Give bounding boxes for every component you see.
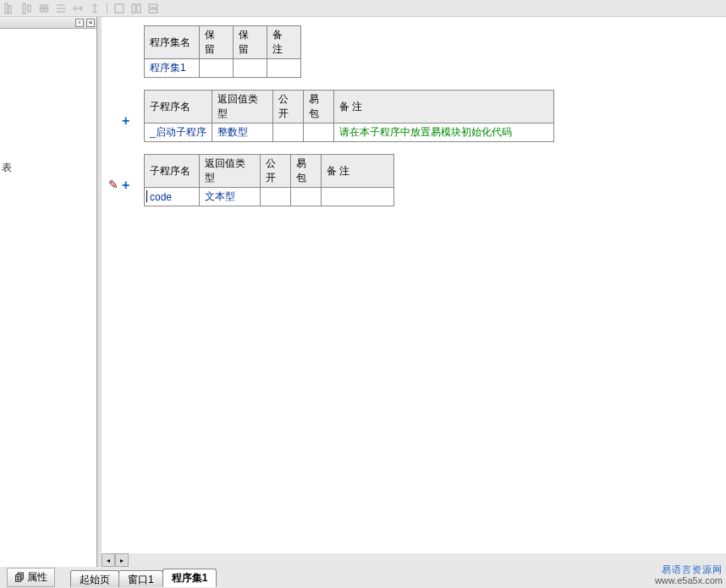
table-row[interactable]: code 文本型 (145, 188, 394, 206)
note-cell[interactable]: 请在本子程序中放置易模块初始化代码 (334, 124, 554, 142)
svg-rect-3 (28, 5, 30, 12)
tab-start-page[interactable]: 起始页 (70, 570, 119, 587)
close-panel-icon[interactable]: × (86, 19, 95, 27)
header-cell: 保 留 (200, 26, 234, 59)
subprogram-name-cell[interactable]: _启动子程序 (145, 124, 212, 142)
header-cell: 程序集名 (145, 26, 200, 59)
svg-rect-15 (149, 4, 157, 8)
toolbar-fit-h-icon[interactable] (71, 2, 85, 15)
left-panel-content: 表 (0, 29, 96, 536)
edit-pen-icon: ✎ (108, 178, 118, 191)
table-header-row: 子程序名 返回值类型 公开 易包 备 注 (145, 91, 554, 124)
table-header-row: 程序集名 保 留 保 留 备 注 (145, 26, 301, 59)
header-cell: 公开 (273, 91, 304, 124)
toolbar-grid2-icon[interactable] (129, 2, 143, 15)
assembly-name-cell[interactable]: 程序集1 (145, 59, 200, 78)
header-cell: 返回值类型 (212, 91, 273, 124)
editor-tabs: 起始页 窗口1 程序集1 (70, 569, 216, 587)
left-panel-header: ▫ × (0, 17, 96, 29)
header-cell: 备 注 (267, 26, 301, 59)
svg-rect-2 (23, 3, 25, 14)
header-cell: 备 注 (334, 91, 554, 124)
properties-button[interactable]: 🗐 属性 (7, 568, 55, 587)
toolbar-align-center-icon[interactable] (20, 2, 34, 15)
tab-assembly1[interactable]: 程序集1 (162, 569, 217, 587)
left-panel: ▫ × 表 (0, 17, 97, 567)
public-cell[interactable] (261, 188, 291, 206)
properties-icon: 🗐 (14, 572, 25, 584)
assembly-table: 程序集名 保 留 保 留 备 注 程序集1 (144, 25, 301, 78)
subprogram-table: 子程序名 返回值类型 公开 易包 备 注 _启动子程序 整数型 请在本子程序中放… (144, 90, 554, 142)
package-cell[interactable] (291, 188, 322, 206)
svg-rect-12 (115, 4, 124, 13)
horizontal-scrollbar[interactable]: ◂ ▸ (102, 553, 726, 567)
reserve-cell[interactable] (234, 59, 267, 78)
subprogram-name-cell[interactable]: code (145, 188, 200, 206)
toolbar-grid3-icon[interactable] (146, 2, 160, 15)
properties-label: 属性 (27, 570, 47, 585)
toolbar-grid1-icon[interactable] (113, 2, 126, 15)
return-type-cell[interactable]: 文本型 (200, 188, 261, 206)
scroll-right-icon[interactable]: ▸ (115, 553, 129, 567)
expand-icon[interactable]: + (122, 113, 129, 129)
header-cell: 返回值类型 (200, 155, 261, 188)
watermark-url: www.e5a5x.com (655, 575, 723, 586)
note-cell[interactable] (322, 188, 394, 206)
header-cell: 子程序名 (145, 155, 200, 188)
tab-window1[interactable]: 窗口1 (118, 570, 163, 587)
svg-rect-0 (5, 3, 8, 14)
svg-rect-13 (132, 4, 135, 13)
left-stub-text: 表 (2, 161, 12, 175)
toolbar-fit-v-icon[interactable] (88, 2, 102, 15)
svg-rect-14 (137, 4, 140, 13)
watermark-title: 易语言资源网 (655, 564, 723, 575)
note-cell[interactable] (267, 59, 301, 78)
package-cell[interactable] (304, 124, 334, 142)
public-cell[interactable] (273, 124, 304, 142)
table-row[interactable]: 程序集1 (145, 59, 301, 78)
toolbar (0, 0, 726, 17)
header-cell: 易包 (304, 91, 334, 124)
toolbar-separator (107, 3, 107, 14)
header-cell: 公开 (261, 155, 291, 188)
minimize-panel-icon[interactable]: ▫ (75, 19, 84, 27)
svg-rect-1 (8, 6, 11, 14)
table-row[interactable]: _启动子程序 整数型 请在本子程序中放置易模块初始化代码 (145, 124, 554, 142)
header-cell: 备 注 (322, 155, 394, 188)
subprogram-table-wrap-1: + 子程序名 返回值类型 公开 易包 备 注 _启动子程序 整数型 请在 (144, 90, 718, 142)
table-header-row: 子程序名 返回值类型 公开 易包 备 注 (145, 155, 394, 188)
scroll-left-icon[interactable]: ◂ (102, 553, 115, 567)
svg-rect-16 (149, 9, 157, 13)
header-cell: 保 留 (234, 26, 267, 59)
subprogram-table: 子程序名 返回值类型 公开 易包 备 注 code 文本型 (144, 154, 394, 206)
subprogram-table-wrap-2: ✎ + 子程序名 返回值类型 公开 易包 备 注 code 文本型 (144, 154, 718, 206)
toolbar-align-distribute-icon[interactable] (37, 2, 51, 15)
watermark: 易语言资源网 www.e5a5x.com (655, 564, 723, 586)
toolbar-align-left-icon[interactable] (3, 2, 17, 15)
header-cell: 子程序名 (145, 91, 212, 124)
code-area: 程序集名 保 留 保 留 备 注 程序集1 + (102, 17, 726, 567)
return-type-cell[interactable]: 整数型 (212, 124, 273, 142)
assembly-table-wrap: 程序集名 保 留 保 留 备 注 程序集1 (144, 25, 718, 78)
header-cell: 易包 (291, 155, 322, 188)
bottom-bar: 🗐 属性 起始页 窗口1 程序集1 易语言资源网 www.e5a5x.com (0, 567, 726, 588)
expand-icon[interactable]: + (122, 178, 129, 193)
reserve-cell[interactable] (200, 59, 234, 78)
toolbar-align-justify-icon[interactable] (54, 2, 68, 15)
main-layout: ▫ × 表 程序集名 保 留 保 留 备 注 程序集1 (0, 17, 726, 567)
